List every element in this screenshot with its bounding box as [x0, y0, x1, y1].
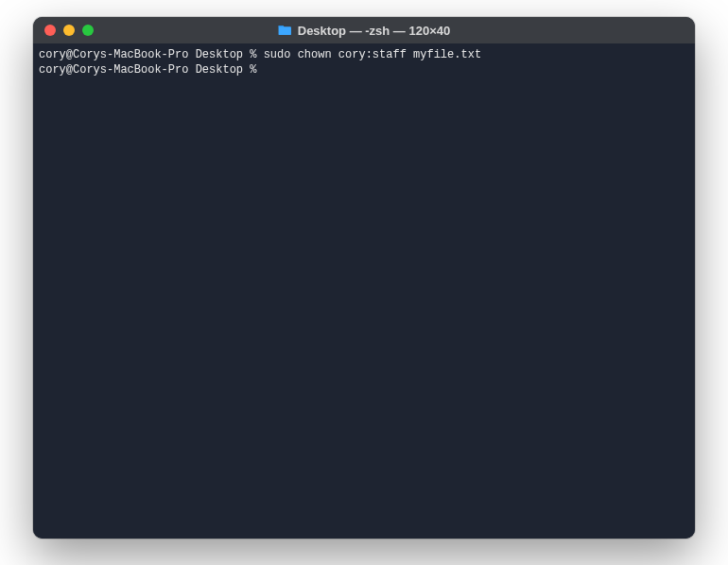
shell-command: sudo chown cory:staff myfile.txt: [264, 48, 481, 61]
shell-prompt: cory@Corys-MacBook-Pro Desktop %: [39, 48, 264, 61]
terminal-body[interactable]: cory@Corys-MacBook-Pro Desktop % sudo ch…: [33, 43, 695, 539]
shell-prompt: cory@Corys-MacBook-Pro Desktop %: [39, 63, 264, 77]
maximize-button[interactable]: [82, 25, 94, 36]
folder-icon: [278, 25, 292, 36]
minimize-button[interactable]: [63, 25, 75, 36]
window-title: Desktop — -zsh — 120×40: [298, 24, 450, 38]
traffic-lights: [33, 25, 94, 36]
close-button[interactable]: [44, 25, 56, 36]
window-title-container: Desktop — -zsh — 120×40: [33, 24, 695, 38]
terminal-line: cory@Corys-MacBook-Pro Desktop % sudo ch…: [39, 47, 689, 62]
terminal-line: cory@Corys-MacBook-Pro Desktop %: [39, 62, 689, 77]
titlebar[interactable]: Desktop — -zsh — 120×40: [33, 17, 695, 43]
terminal-window: Desktop — -zsh — 120×40 cory@Corys-MacBo…: [33, 17, 695, 539]
